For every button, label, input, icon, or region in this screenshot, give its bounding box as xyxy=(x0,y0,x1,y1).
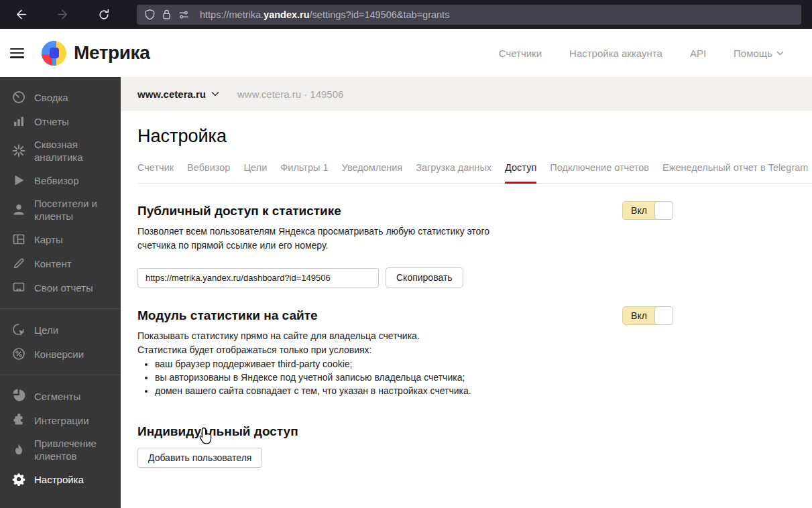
tab-notifications[interactable]: Уведомления xyxy=(342,162,403,183)
browser-toolbar: https://metrika.yandex.ru/settings?id=14… xyxy=(0,0,812,29)
sidebar-item-label: Интеграции xyxy=(34,414,89,427)
tab-data-upload[interactable]: Загрузка данных xyxy=(416,162,491,183)
toggle-on-label: Вкл xyxy=(623,310,655,321)
sidebar-item-webvisor[interactable]: Вебвизор xyxy=(0,168,121,192)
puzzle-icon xyxy=(11,413,26,428)
section-heading: Индивидуальный доступ xyxy=(137,424,812,439)
goal-icon xyxy=(11,322,26,337)
counter-bar: www.cetera.ru www.cetera.ru · 149506 xyxy=(121,77,812,111)
tab-access[interactable]: Доступ xyxy=(505,162,536,183)
public-access-section: Публичный доступ к статистике Вкл Позвол… xyxy=(137,184,812,288)
sidebar-item-label: Свои отчеты xyxy=(34,281,93,294)
sidebar-item-label: Настройка xyxy=(34,473,84,486)
permissions-icon[interactable] xyxy=(178,9,190,21)
shield-icon[interactable] xyxy=(144,9,156,20)
play-icon xyxy=(11,173,26,188)
sidebar-item-label: Отчеты xyxy=(34,115,69,128)
sidebar-item-segments[interactable]: Сегменты xyxy=(0,384,121,408)
toggle-on-label: Вкл xyxy=(623,205,655,216)
sidebar-item-conversions[interactable]: Конверсии xyxy=(0,342,121,366)
section-description: Позволяет всем пользователям Яндекса про… xyxy=(137,225,520,253)
sidebar-item-visitors[interactable]: Посетители и клиенты xyxy=(0,192,121,227)
gauge-icon xyxy=(11,90,26,105)
sidebar-item-label: Сводка xyxy=(34,91,68,104)
toggle-knob xyxy=(654,306,673,325)
nav-help[interactable]: Помощь xyxy=(734,48,784,59)
list-item: вы авторизованы в Яндексе под учетной за… xyxy=(155,371,812,384)
nav-account-settings[interactable]: Настройка аккаунта xyxy=(569,48,662,59)
metrika-logo-icon[interactable] xyxy=(42,41,66,66)
sidebar-item-summary[interactable]: Сводка xyxy=(0,85,121,109)
percent-icon xyxy=(11,346,26,361)
section-heading: Публичный доступ к статистике xyxy=(137,184,812,218)
reload-icon[interactable] xyxy=(94,5,114,25)
chevron-down-icon xyxy=(776,51,784,56)
sidebar-divider xyxy=(0,308,121,309)
menu-icon[interactable] xyxy=(10,48,24,58)
sidebar-item-maps[interactable]: Карты xyxy=(0,227,121,251)
sidebar-item-reports[interactable]: Отчеты xyxy=(0,109,121,133)
pencil-icon xyxy=(11,256,26,271)
site-module-section: Модуль статистики на сайте Вкл Показыват… xyxy=(137,308,812,397)
counter-selector[interactable]: www.cetera.ru xyxy=(137,88,219,100)
burst-icon xyxy=(11,143,26,158)
layout-icon xyxy=(11,232,26,247)
forward-icon[interactable] xyxy=(52,5,72,25)
sidebar-item-goals[interactable]: Цели xyxy=(0,318,121,342)
nav-api[interactable]: API xyxy=(690,48,706,59)
sidebar-item-label: Сквозная аналитика xyxy=(34,138,111,164)
pie-icon xyxy=(11,389,26,403)
sidebar-item-integrations[interactable]: Интеграции xyxy=(0,408,121,432)
sidebar: Сводка Отчеты Сквозная аналитика Вебвизо… xyxy=(0,77,121,508)
module-line-2: Статистика будет отображаться только при… xyxy=(137,343,812,357)
sidebar-item-label: Сегменты xyxy=(34,390,80,403)
tab-goals[interactable]: Цели xyxy=(243,162,267,183)
app-header: Метрика Счетчики Настройка аккаунта API … xyxy=(0,29,812,77)
person-icon xyxy=(11,202,26,217)
gear-icon xyxy=(11,472,26,487)
nav-counters[interactable]: Счетчики xyxy=(499,48,542,59)
main-content: www.cetera.ru www.cetera.ru · 149506 Нас… xyxy=(121,77,812,508)
bar-chart-icon xyxy=(11,114,26,129)
public-access-toggle[interactable]: Вкл xyxy=(622,201,673,220)
settings-tabs: Счетчик Вебвизор Цели Фильтры 1 Уведомле… xyxy=(137,162,812,184)
sidebar-item-label: Посетители и клиенты xyxy=(34,197,111,223)
address-bar[interactable]: https://metrika.yandex.ru/settings?id=14… xyxy=(137,5,801,25)
add-user-button[interactable]: Добавить пользователя xyxy=(137,448,262,468)
sidebar-item-client-acquisition[interactable]: Привлечение клиентов xyxy=(0,432,121,467)
tab-webvisor[interactable]: Вебвизор xyxy=(187,162,230,183)
sidebar-divider xyxy=(0,375,121,375)
sidebar-item-custom-reports[interactable]: Свои отчеты xyxy=(0,275,121,300)
sidebar-item-settings[interactable]: Настройка xyxy=(0,467,121,491)
header-nav: Счетчики Настройка аккаунта API Помощь xyxy=(499,48,784,59)
sidebar-item-label: Контент xyxy=(34,257,72,270)
copy-button[interactable]: Скопировать xyxy=(386,267,463,288)
sidebar-item-label: Вебвизор xyxy=(34,174,79,187)
url-text: https://metrika.yandex.ru/settings?id=14… xyxy=(200,9,449,20)
sidebar-item-content[interactable]: Контент xyxy=(0,251,121,275)
site-module-toggle[interactable]: Вкл xyxy=(622,306,673,325)
back-icon[interactable] xyxy=(11,5,31,25)
module-line-1: Показывать статистику прямо на сайте для… xyxy=(137,329,812,343)
toggle-knob xyxy=(654,201,673,220)
sidebar-item-label: Конверсии xyxy=(34,348,84,361)
list-item: ваш браузер поддерживает third-party coo… xyxy=(155,357,812,371)
sidebar-item-label: Карты xyxy=(34,233,63,246)
sidebar-item-label: Привлечение клиентов xyxy=(34,437,111,462)
list-item: домен вашего сайта совпадает с тем, что … xyxy=(155,384,812,397)
tab-filters[interactable]: Фильтры 1 xyxy=(280,162,328,183)
tab-report-connection[interactable]: Подключение отчетов xyxy=(550,162,649,183)
sidebar-item-label: Цели xyxy=(34,324,58,336)
tab-telegram-report[interactable]: Еженедельный отчет в Telegram xyxy=(662,162,808,183)
individual-access-section: Индивидуальный доступ Добавить пользоват… xyxy=(137,424,812,468)
flame-icon xyxy=(11,442,26,457)
public-link-input[interactable] xyxy=(137,268,379,288)
window-icon xyxy=(11,280,26,295)
counter-meta: www.cetera.ru · 149506 xyxy=(237,88,343,100)
sidebar-item-cross-analytics[interactable]: Сквозная аналитика xyxy=(0,133,121,168)
page-title: Настройка xyxy=(137,126,812,147)
lock-icon[interactable] xyxy=(162,9,172,20)
tab-counter[interactable]: Счетчик xyxy=(137,162,174,183)
logo-title[interactable]: Метрика xyxy=(74,42,150,64)
module-conditions-list: ваш браузер поддерживает third-party coo… xyxy=(137,357,812,397)
